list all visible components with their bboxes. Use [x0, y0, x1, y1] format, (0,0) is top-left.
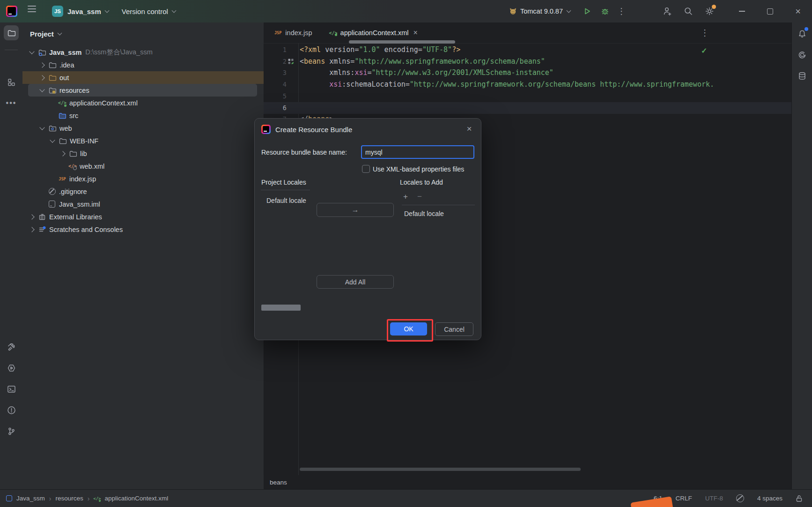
problems-toolwindow-button[interactable]: [4, 403, 19, 418]
window-close-button[interactable]: ×: [791, 5, 805, 18]
code-line[interactable]: 2 <beans xmlns="http://www.springframewo…: [264, 56, 791, 67]
run-configuration-widget[interactable]: Tomcat 9.0.87: [520, 7, 563, 15]
more-toolwindows-button[interactable]: •••: [4, 96, 19, 111]
build-toolwindow-button[interactable]: [4, 339, 19, 354]
chevron-collapsed-icon[interactable]: [39, 75, 44, 80]
tree-item-java-ssm[interactable]: Java_ssm D:\ssm整合\Java_ssm: [22, 46, 264, 59]
code-line[interactable]: 5: [264, 90, 791, 102]
project-folder-icon: [38, 48, 46, 57]
tree-item-web[interactable]: web: [22, 122, 264, 134]
run-button[interactable]: [583, 7, 592, 16]
terminal-toolwindow-button[interactable]: [4, 381, 19, 396]
code-token: <?xml: [300, 45, 325, 54]
chevron-collapsed-icon[interactable]: [39, 62, 44, 67]
code-with-me-button[interactable]: [662, 6, 672, 16]
tree-item-gitignore[interactable]: .gitignore: [22, 185, 264, 198]
chevron-collapsed-icon[interactable]: [29, 214, 34, 219]
more-actions-button[interactable]: ⋮: [616, 5, 627, 17]
code-line[interactable]: 4 xsi:schemaLocation="http://www.springf…: [264, 79, 791, 90]
xml-properties-checkbox[interactable]: [362, 165, 370, 173]
code-token: "http://www.w3.org/2001/XMLSchema-instan…: [372, 68, 554, 77]
chevron-expanded-icon[interactable]: [50, 137, 55, 142]
remove-locale-button[interactable]: −: [415, 193, 424, 201]
chevron-expanded-icon[interactable]: [29, 49, 34, 54]
vcs-widget[interactable]: Version control: [122, 7, 168, 15]
tree-item-resources[interactable]: resources: [28, 84, 257, 97]
project-locales-item-default[interactable]: Default locale: [266, 197, 306, 204]
bundle-name-input[interactable]: [361, 145, 474, 159]
window-maximize-button[interactable]: [763, 5, 776, 18]
tab-scrollbar-thumb[interactable]: [349, 40, 455, 44]
chevron-expanded-icon[interactable]: [39, 87, 44, 92]
tree-item-scratches-and-consoles[interactable]: Scratches and Consoles: [22, 223, 264, 236]
left-toolwindow-bar: •••: [0, 22, 23, 489]
chevron-collapsed-icon[interactable]: [29, 227, 34, 232]
tree-item-src[interactable]: src: [22, 109, 264, 122]
tree-item-lib[interactable]: lib: [22, 147, 264, 160]
chevron-collapsed-icon[interactable]: [60, 151, 65, 156]
tree-item-web-xml[interactable]: </> web.xml: [22, 160, 264, 172]
tree-item-index-jsp[interactable]: JSP index.jsp: [22, 172, 264, 185]
minimize-icon: [739, 11, 745, 12]
editor-horizontal-scrollbar[interactable]: [300, 468, 581, 471]
chevron-separator-icon: ›: [49, 495, 52, 502]
right-list-separator: [402, 205, 475, 205]
spring-bean-gutter-icon[interactable]: [288, 59, 294, 65]
tree-item-idea[interactable]: .idea: [22, 59, 264, 71]
services-toolwindow-button[interactable]: [4, 360, 19, 375]
git-toolwindow-button[interactable]: [4, 424, 19, 439]
highlighting-level-icon[interactable]: [736, 494, 744, 502]
project-toolwindow-header[interactable]: Project: [30, 27, 61, 40]
statusbar-crumb-resources[interactable]: resources: [55, 495, 83, 502]
code-token: version=: [325, 45, 359, 54]
code-token: xsi: [354, 68, 367, 77]
line-separator-widget[interactable]: CRLF: [675, 495, 692, 502]
statusbar-crumb-project[interactable]: Java_ssm: [16, 495, 45, 502]
chevron-down-icon: [104, 8, 109, 13]
search-everywhere-button[interactable]: [683, 6, 694, 16]
tree-item-java-ssm-iml[interactable]: Java_ssm.iml: [22, 198, 264, 210]
project-widget[interactable]: Java_ssm: [67, 7, 101, 15]
breadcrumb-beans[interactable]: beans: [270, 479, 287, 486]
tree-item-external-libraries[interactable]: External Libraries: [22, 210, 264, 223]
add-all-button[interactable]: Add All: [317, 275, 394, 289]
add-locale-button[interactable]: +: [401, 193, 410, 201]
code-token: "UTF-8": [422, 45, 452, 54]
window-minimize-button[interactable]: [735, 5, 748, 18]
tree-item-web-inf[interactable]: WEB-INF: [22, 134, 264, 147]
web-folder-icon: [48, 124, 57, 133]
readonly-lock-icon[interactable]: [796, 495, 803, 502]
structure-toolwindow-button[interactable]: [4, 75, 19, 89]
ai-assistant-button[interactable]: [795, 47, 810, 62]
editor-breadcrumbs: beans: [264, 475, 791, 489]
ok-button[interactable]: OK: [390, 322, 427, 336]
hamburger-icon: [28, 6, 36, 7]
statusbar-crumb-file[interactable]: applicationContext.xml: [104, 495, 168, 502]
inspections-ok-icon[interactable]: ✓: [701, 46, 707, 55]
locales-to-add-item-default[interactable]: Default locale: [404, 210, 444, 217]
move-locale-button[interactable]: →: [317, 203, 394, 217]
indent-widget[interactable]: 4 spaces: [757, 495, 782, 502]
resize-grip-bar[interactable]: [261, 305, 301, 311]
tree-item-applicationcontext-xml[interactable]: </> applicationContext.xml: [22, 97, 264, 109]
editor-more-options-button[interactable]: ⋮: [700, 27, 710, 39]
code-line[interactable]: 1<?xml version="1.0" encoding="UTF-8"?>: [264, 44, 791, 56]
chevron-down-icon: [172, 8, 177, 13]
encoding-widget[interactable]: UTF-8: [705, 495, 723, 502]
cancel-button[interactable]: Cancel: [435, 322, 473, 336]
debug-button[interactable]: [600, 7, 610, 16]
close-tab-icon[interactable]: ×: [413, 29, 417, 37]
tree-item-out[interactable]: out: [22, 71, 264, 84]
code-line-current[interactable]: 6: [264, 102, 791, 114]
database-toolwindow-button[interactable]: [795, 68, 810, 83]
project-toolwindow-button[interactable]: [4, 25, 19, 40]
project-avatar: JS: [52, 6, 63, 17]
right-toolwindow-bar: [791, 22, 812, 489]
settings-button[interactable]: [704, 6, 715, 16]
tab-index-jsp[interactable]: JSP index.jsp: [268, 22, 318, 43]
folder-icon: [59, 137, 67, 145]
code-line[interactable]: 3 xmlns:xsi="http://www.w3.org/2001/XMLS…: [264, 67, 791, 79]
chevron-expanded-icon[interactable]: [39, 125, 44, 130]
dialog-close-button[interactable]: ×: [464, 123, 475, 134]
notifications-button[interactable]: [795, 26, 810, 41]
